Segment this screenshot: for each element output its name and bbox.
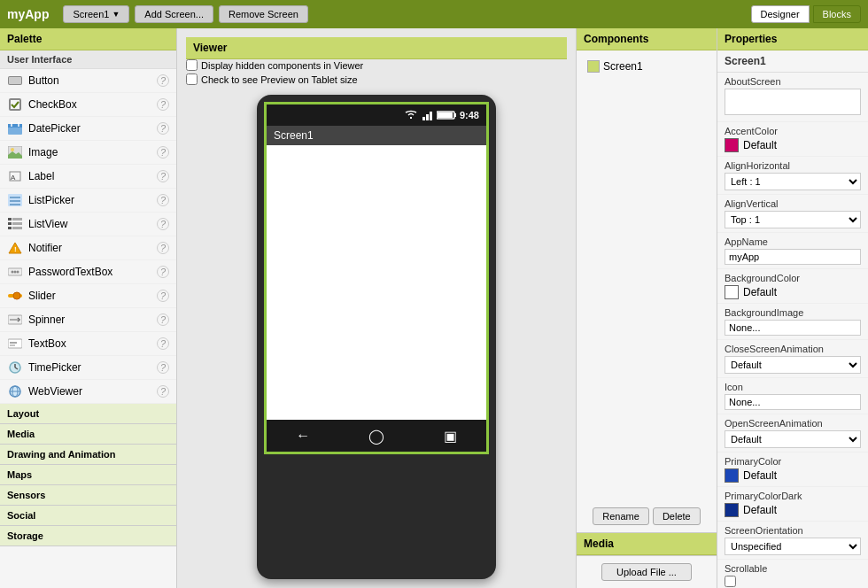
- screen1-tab[interactable]: Screen1 ▼: [63, 5, 129, 23]
- blocks-button[interactable]: Blocks: [813, 5, 861, 23]
- label-label: Label: [28, 170, 151, 182]
- palette-header: Palette: [0, 28, 176, 50]
- backgroundcolor-label: BackgroundColor: [725, 273, 861, 283]
- components-footer: Rename Delete: [577, 500, 717, 532]
- listpicker-label: ListPicker: [28, 194, 151, 206]
- passwordtextbox-label: PasswordTextBox: [28, 266, 151, 278]
- passwordtextbox-help[interactable]: ?: [157, 266, 169, 278]
- scrollable-checkbox[interactable]: [725, 576, 736, 587]
- textbox-help[interactable]: ?: [157, 337, 169, 350]
- maps-section[interactable]: Maps: [0, 465, 176, 485]
- button-help[interactable]: ?: [157, 74, 169, 87]
- palette-item-webviewer[interactable]: WebViewer ?: [0, 380, 176, 404]
- remove-screen-button[interactable]: Remove Screen: [219, 5, 308, 23]
- primarycolordark-text: Default: [743, 504, 777, 516]
- icon-label: Icon: [725, 382, 861, 392]
- closescreenanimation-select[interactable]: Default: [725, 356, 861, 374]
- media-palette-section[interactable]: Media: [0, 424, 176, 445]
- prop-closescreenanimation: CloseScreenAnimation Default: [717, 340, 868, 378]
- viewer-panel: Viewer Display hidden components in View…: [177, 28, 576, 588]
- label-icon: A: [7, 168, 23, 184]
- accentcolor-value: Default: [725, 138, 861, 152]
- spinner-label: Spinner: [28, 313, 151, 326]
- recents-icon: ▣: [444, 428, 457, 445]
- palette-item-listview[interactable]: ListView ?: [0, 213, 176, 236]
- primarycolordark-label: PrimaryColorDark: [725, 491, 861, 501]
- screen1-label: Screen1: [603, 60, 643, 73]
- phone-screen-title: Screen1: [267, 126, 486, 145]
- palette-item-image[interactable]: Image ?: [0, 141, 176, 165]
- phone-time: 9:48: [460, 110, 479, 120]
- prop-primarycolordark: PrimaryColorDark Default: [717, 487, 868, 522]
- palette-item-datepicker[interactable]: DatePicker ?: [0, 117, 176, 141]
- svg-rect-42: [430, 112, 432, 120]
- svg-rect-31: [8, 339, 22, 348]
- image-icon: [7, 144, 23, 160]
- palette-item-button[interactable]: Button ?: [0, 69, 176, 93]
- accentcolor-swatch[interactable]: [725, 138, 739, 152]
- rename-button[interactable]: Rename: [593, 507, 649, 525]
- palette-item-slider[interactable]: Slider ?: [0, 284, 176, 308]
- primarycolordark-swatch[interactable]: [725, 503, 739, 517]
- view-toggle: Designer Blocks: [751, 5, 861, 23]
- backgroundimage-input[interactable]: [725, 320, 861, 336]
- components-tree: Screen1: [577, 50, 717, 500]
- drawing-section[interactable]: Drawing and Animation: [0, 445, 176, 465]
- icon-input[interactable]: [725, 394, 861, 410]
- slider-help[interactable]: ?: [157, 290, 169, 302]
- delete-button[interactable]: Delete: [653, 507, 701, 525]
- palette-item-notifier[interactable]: ! Notifier ?: [0, 236, 176, 260]
- layout-section[interactable]: Layout: [0, 404, 176, 424]
- palette-item-label[interactable]: A Label ?: [0, 165, 176, 189]
- add-screen-button[interactable]: Add Screen...: [135, 5, 213, 23]
- openscreenanimation-label: OpenScreenAnimation: [725, 418, 861, 429]
- spinner-help[interactable]: ?: [157, 313, 169, 326]
- primarycolor-label: PrimaryColor: [725, 456, 861, 467]
- backgroundcolor-swatch[interactable]: [725, 285, 739, 299]
- alignvertical-select[interactable]: Top : 1 Center : 2 Bottom : 3: [725, 211, 861, 228]
- palette-item-textbox[interactable]: TextBox ?: [0, 332, 176, 356]
- svg-point-24: [12, 271, 14, 274]
- palette-item-timepicker[interactable]: TimePicker ?: [0, 356, 176, 380]
- home-icon: ◯: [368, 428, 384, 445]
- closescreenanimation-label: CloseScreenAnimation: [725, 344, 861, 354]
- webviewer-help[interactable]: ?: [157, 385, 169, 398]
- passwordtextbox-icon: [7, 264, 23, 280]
- openscreenanimation-select[interactable]: Default: [725, 430, 861, 448]
- datepicker-icon: [7, 120, 23, 136]
- alignhorizontal-select[interactable]: Left : 1 Center : 2 Right : 3: [725, 173, 861, 190]
- palette-item-spinner[interactable]: Spinner ?: [0, 308, 176, 332]
- appname-input[interactable]: [725, 249, 861, 265]
- storage-section[interactable]: Storage: [0, 526, 176, 546]
- screenorientation-select[interactable]: Unspecified Portrait Landscape: [725, 538, 861, 555]
- appname-label: AppName: [725, 236, 861, 247]
- checkbox-help[interactable]: ?: [157, 98, 169, 111]
- listview-help[interactable]: ?: [157, 218, 169, 230]
- prop-alignhorizontal: AlignHorizontal Left : 1 Center : 2 Righ…: [717, 157, 868, 195]
- primarycolor-swatch[interactable]: [725, 468, 739, 483]
- textbox-icon: [7, 336, 23, 352]
- notifier-help[interactable]: ?: [157, 242, 169, 254]
- palette-item-passwordtextbox[interactable]: PasswordTextBox ?: [0, 260, 176, 284]
- aboutscreen-input[interactable]: [725, 89, 861, 115]
- label-help[interactable]: ?: [157, 170, 169, 182]
- alignhorizontal-label: AlignHorizontal: [725, 160, 861, 171]
- sensors-section[interactable]: Sensors: [0, 485, 176, 506]
- slider-label: Slider: [28, 290, 151, 302]
- prop-aboutscreen: AboutScreen: [717, 73, 868, 122]
- timepicker-help[interactable]: ?: [157, 361, 169, 374]
- hidden-components-label: Display hidden components in Viewer: [201, 60, 363, 71]
- listview-icon: [7, 216, 23, 232]
- palette-item-listpicker[interactable]: ListPicker ?: [0, 189, 176, 213]
- hidden-components-checkbox[interactable]: [186, 59, 198, 71]
- screen1-component[interactable]: Screen1: [584, 58, 709, 75]
- designer-button[interactable]: Designer: [751, 5, 810, 23]
- listpicker-icon: [7, 192, 23, 208]
- social-section[interactable]: Social: [0, 506, 176, 526]
- listpicker-help[interactable]: ?: [157, 194, 169, 206]
- image-help[interactable]: ?: [157, 146, 169, 159]
- upload-file-button[interactable]: Upload File ...: [601, 563, 692, 581]
- datepicker-help[interactable]: ?: [157, 122, 169, 135]
- tablet-preview-checkbox[interactable]: [186, 74, 198, 85]
- palette-item-checkbox[interactable]: CheckBox ?: [0, 93, 176, 117]
